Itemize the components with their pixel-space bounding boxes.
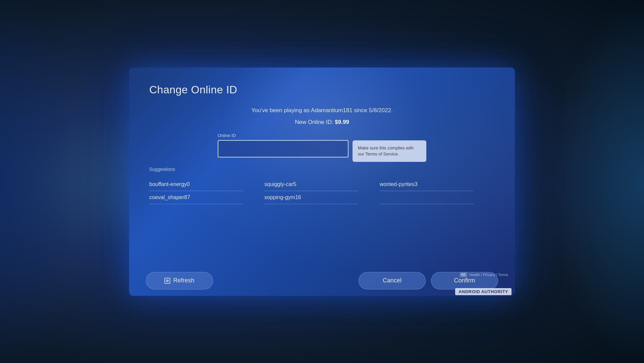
suggestion-item-empty [380, 191, 474, 204]
footer-links: R3 Health / Privacy / Terms [460, 272, 508, 277]
suggestion-item[interactable]: bouffant-energy0 [149, 178, 243, 191]
right-glow [550, 0, 644, 363]
left-glow [0, 0, 67, 363]
outer-background: Change Online ID You've been playing as … [0, 0, 644, 363]
new-id-price: $9.99 [335, 119, 349, 125]
refresh-button[interactable]: Refresh [146, 272, 213, 289]
rb-badge: R3 [460, 272, 467, 277]
new-id-line: New Online ID: $9.99 [295, 119, 349, 126]
input-label: Online ID [218, 133, 348, 138]
suggestions-grid: bouffant-energy0 squiggly-car5 wonted-py… [149, 178, 495, 204]
health-privacy-terms: Health / Privacy / Terms [469, 273, 508, 277]
suggestions-label: Suggestions [149, 167, 495, 172]
new-id-label: New Online ID: [295, 119, 335, 125]
tooltip-text: Make sure this complies with our Terms o… [358, 145, 414, 156]
tv-screen: Change Online ID You've been playing as … [129, 67, 515, 296]
android-authority-watermark: ANDROID AUTHORITY [455, 288, 512, 295]
square-icon-inner [166, 279, 169, 282]
tooltip-box: Make sure this complies with our Terms o… [353, 140, 426, 162]
online-id-input[interactable] [218, 140, 348, 157]
input-wrapper: Online ID [218, 133, 348, 157]
input-section: Online ID Make sure this complies with o… [218, 133, 426, 162]
subtitle-text: You've been playing as Adamantium181 sin… [251, 107, 392, 114]
suggestion-item[interactable]: sopping-gym16 [264, 191, 358, 204]
suggestion-item[interactable]: coeval_shaper87 [149, 191, 243, 204]
suggestions-section: Suggestions bouffant-energy0 squiggly-ca… [149, 167, 495, 204]
square-icon [164, 278, 170, 284]
page-title: Change Online ID [149, 84, 237, 96]
cancel-button[interactable]: Cancel [359, 272, 426, 289]
suggestion-item[interactable]: wonted-pyrites3 [380, 178, 474, 191]
suggestion-item[interactable]: squiggly-car5 [264, 178, 358, 191]
